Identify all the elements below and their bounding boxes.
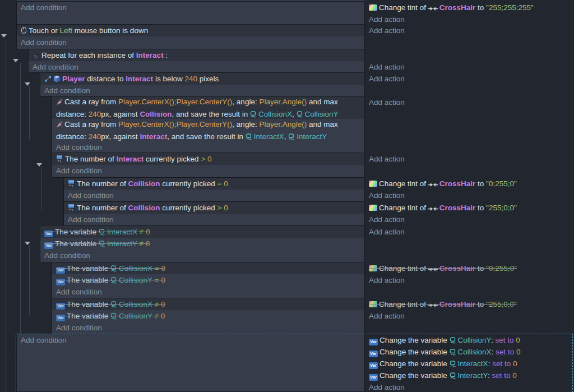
- add-action-button[interactable]: Add action: [369, 274, 517, 286]
- token-expr: Player.CenterX();Player.CenterY(): [118, 120, 232, 128]
- event: VarThe variable CollisionX ≠ 0VarThe var…: [52, 298, 572, 334]
- token-expr: Player.CenterX();Player.CenterY(): [118, 98, 232, 106]
- var-icon: Var: [369, 339, 378, 345]
- token-kw: The variable: [67, 300, 110, 308]
- token-num: 0: [513, 359, 517, 368]
- condition-row[interactable]: The number of Collision currently picked…: [64, 202, 364, 214]
- collapse-caret[interactable]: [36, 163, 42, 167]
- condition-row[interactable]: VarThe variable CollisionY = 0: [52, 274, 364, 286]
- conditions-column: Add condition: [16, 334, 365, 392]
- conditions-column: VarThe variable CollisionX = 0VarThe var…: [52, 262, 365, 298]
- condition-row[interactable]: The number of Collision currently picked…: [64, 178, 364, 190]
- add-action-button[interactable]: Add action: [369, 153, 405, 165]
- event: Cast a ray from Player.CenterX();Player.…: [52, 96, 572, 153]
- collapse-caret[interactable]: [25, 82, 30, 86]
- condition-row[interactable]: Cast a ray from Player.CenterX();Player.…: [52, 96, 364, 119]
- var-icon: Var: [369, 374, 378, 381]
- token-str: "255;0;0": [486, 204, 517, 212]
- condition-text: VarThe variable CollisionY ≠ 0: [56, 310, 165, 322]
- add-action-button[interactable]: Add action: [369, 61, 405, 73]
- vref-icon: [110, 275, 117, 286]
- add-action-button[interactable]: Add action: [369, 73, 405, 85]
- action-row[interactable]: Change tint of CrossHair to "0;255;0": [369, 178, 517, 190]
- condition-text: Cast a ray from Player.CenterX();Player.…: [56, 119, 364, 141]
- collapse-caret[interactable]: [13, 59, 18, 62]
- token-obj: Player: [62, 75, 85, 83]
- condition-row[interactable]: Player distance to Interact is below 240…: [40, 73, 364, 85]
- condition-row[interactable]: Touch or Left mouse button is down: [17, 25, 364, 36]
- condition-row[interactable]: VarThe variable CollisionY ≠ 0: [52, 310, 364, 322]
- token-kw: to: [475, 3, 486, 12]
- action-row[interactable]: VarChange the variable CollisionX: set t…: [369, 346, 520, 358]
- event: Add conditionVarChange the variable Coll…: [16, 334, 572, 392]
- add-action-button[interactable]: Add action: [369, 190, 517, 201]
- repeat-header[interactable]: ↻Repeat for each instance of Interact :: [29, 49, 364, 61]
- tree-connector: [29, 246, 30, 315]
- token-kw: to: [475, 204, 486, 212]
- add-action-button[interactable]: Add action: [369, 310, 517, 322]
- add-action-button[interactable]: Add action: [369, 226, 405, 238]
- action-row[interactable]: VarChange the variable InteractY: set to…: [369, 370, 520, 381]
- var-icon: Var: [56, 303, 65, 310]
- action-row[interactable]: Change tint of CrossHair to "255;0;0": [369, 202, 517, 214]
- collapse-caret[interactable]: [1, 34, 7, 38]
- add-condition-button[interactable]: Add condition: [40, 85, 364, 96]
- var-icon: Var: [44, 242, 53, 249]
- token-num: 0: [516, 348, 521, 356]
- add-action-button[interactable]: Add action: [369, 214, 517, 225]
- collapse-caret[interactable]: [25, 242, 30, 245]
- event: VarThe variable InteractX ≠ 0VarThe vari…: [40, 226, 572, 262]
- vref-icon: [297, 110, 303, 119]
- token-num: 0: [161, 264, 166, 273]
- token-var: InteractX: [254, 132, 284, 141]
- tree-connector: [41, 167, 41, 210]
- token-kw: to: [475, 300, 486, 308]
- add-action-button[interactable]: Add action: [369, 96, 405, 108]
- add-condition-button[interactable]: Add condition: [40, 250, 364, 261]
- conditions-column: VarThe variable CollisionX ≠ 0VarThe var…: [52, 298, 365, 334]
- condition-row[interactable]: VarThe variable CollisionX = 0: [52, 262, 364, 274]
- add-action-button[interactable]: Add action: [369, 381, 520, 392]
- add-action-button[interactable]: Add action: [369, 13, 534, 25]
- action-row[interactable]: VarChange the variable InteractX: set to…: [369, 358, 520, 370]
- action-row[interactable]: VarChange the variable CollisionY: set t…: [369, 334, 520, 346]
- add-condition-button[interactable]: Add condition: [17, 36, 364, 48]
- condition-row[interactable]: The number of Interact currently picked …: [52, 153, 364, 165]
- token-kw: , angle:: [232, 120, 259, 128]
- token-obj: Collision: [128, 179, 160, 188]
- var-icon: Var: [56, 315, 65, 321]
- add-condition-button[interactable]: Add condition: [29, 61, 364, 73]
- token-kw: Cast a ray from: [64, 98, 118, 106]
- token-num: 0: [146, 239, 150, 248]
- action-row[interactable]: Change tint of CrossHair to "0;255;0": [369, 262, 517, 274]
- token-kw: Repeat for each instance of: [41, 51, 136, 59]
- add-action-button[interactable]: Add action: [369, 25, 405, 36]
- condition-row[interactable]: VarThe variable InteractY ≠ 0: [40, 238, 364, 250]
- pick-icon: [68, 179, 75, 190]
- var-icon: Var: [56, 279, 65, 285]
- condition-row[interactable]: VarThe variable InteractX ≠ 0: [40, 226, 364, 238]
- add-condition-button[interactable]: Add condition: [52, 141, 364, 153]
- add-condition-button[interactable]: Add condition: [64, 214, 364, 225]
- add-condition-button[interactable]: Add condition: [52, 165, 364, 177]
- distance-icon: [44, 74, 52, 85]
- token-obj: Interact: [136, 51, 164, 59]
- action-row[interactable]: Change tint of CrossHair to "255;0;0": [369, 298, 517, 310]
- action-row[interactable]: Change tint of CrossHair to "255;255;255…: [369, 2, 534, 13]
- mouse-icon: [21, 26, 27, 36]
- token-obj: CrossHair: [439, 179, 476, 188]
- actions-column: Add action: [369, 226, 405, 238]
- add-condition-button[interactable]: Add condition: [17, 2, 364, 13]
- condition-row[interactable]: Cast a ray from Player.CenterX();Player.…: [52, 119, 364, 141]
- add-condition-button[interactable]: Add condition: [52, 322, 364, 334]
- add-condition-button[interactable]: Add condition: [64, 190, 364, 201]
- token-op: ≠: [155, 312, 159, 320]
- condition-row[interactable]: VarThe variable CollisionX ≠ 0: [52, 298, 364, 310]
- token-var: InteractY: [107, 239, 137, 248]
- event: Player distance to Interact is below 240…: [40, 73, 572, 96]
- actions-column: VarChange the variable CollisionY: set t…: [369, 334, 520, 392]
- add-condition-button[interactable]: Add condition: [52, 286, 364, 298]
- token-purple: set to: [492, 371, 512, 380]
- add-condition-button[interactable]: Add condition: [17, 334, 364, 346]
- condition-text: Touch or Left mouse button is down: [21, 25, 148, 36]
